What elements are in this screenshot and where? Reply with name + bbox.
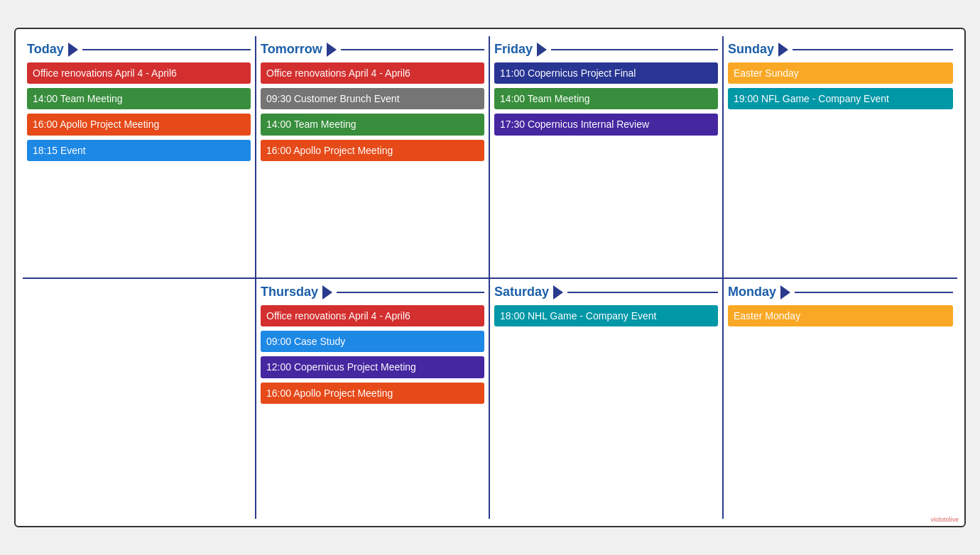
day-arrow-saturday (553, 285, 563, 300)
event-sunday-0[interactable]: Easter Sunday (728, 62, 953, 84)
event-friday-2[interactable]: 17:30 Copernicus Internal Review (494, 114, 718, 135)
day-arrow-today (68, 43, 78, 57)
day-column-empty (23, 278, 256, 519)
event-thursday-3[interactable]: 16:00 Apollo Project Meeting (261, 383, 484, 404)
day-title-friday: Friday (494, 42, 533, 57)
day-header-sunday: Sunday (728, 42, 953, 57)
calendar-wrapper: TodayOffice renovations April 4 - April6… (14, 28, 966, 527)
event-today-1[interactable]: 14:00 Team Meeting (27, 88, 251, 109)
day-title-monday: Monday (728, 285, 776, 300)
day-column-friday: Friday11:00 Copernicus Project Final14:0… (490, 36, 724, 278)
day-column-saturday: Saturday18:00 NHL Game - Company Event (490, 278, 724, 519)
day-header-tomorrow: Tomorrow (261, 42, 484, 57)
event-thursday-2[interactable]: 12:00 Copernicus Project Meeting (261, 356, 484, 378)
day-header-line-monday (795, 292, 953, 293)
day-header-today: Today (27, 42, 251, 57)
event-tomorrow-1[interactable]: 09:30 Customer Brunch Event (261, 88, 484, 109)
day-column-today: TodayOffice renovations April 4 - April6… (23, 36, 256, 278)
watermark: violotolive (930, 516, 959, 523)
day-column-sunday: SundayEaster Sunday19:00 NFL Game - Comp… (724, 36, 957, 278)
event-today-3[interactable]: 18:15 Event (27, 140, 251, 161)
day-header-line-friday (551, 49, 718, 50)
calendar-grid: TodayOffice renovations April 4 - April6… (23, 36, 957, 519)
event-tomorrow-0[interactable]: Office renovations April 4 - April6 (261, 62, 484, 84)
day-arrow-thursday (322, 285, 332, 300)
day-arrow-tomorrow (327, 43, 337, 57)
event-monday-0[interactable]: Easter Monday (728, 305, 953, 326)
day-header-thursday: Thursday (261, 285, 484, 300)
event-friday-0[interactable]: 11:00 Copernicus Project Final (494, 62, 718, 84)
day-column-monday: MondayEaster Monday (724, 278, 957, 519)
event-friday-1[interactable]: 14:00 Team Meeting (494, 88, 718, 109)
day-header-line-saturday (567, 292, 718, 293)
day-header-saturday: Saturday (494, 285, 718, 300)
event-thursday-0[interactable]: Office renovations April 4 - April6 (261, 305, 484, 326)
day-arrow-sunday (778, 43, 788, 57)
event-sunday-1[interactable]: 19:00 NFL Game - Company Event (728, 88, 953, 109)
day-header-line-today (82, 49, 251, 50)
day-header-friday: Friday (494, 42, 718, 57)
day-title-thursday: Thursday (261, 285, 318, 300)
day-arrow-monday (780, 285, 790, 300)
day-title-tomorrow: Tomorrow (261, 42, 322, 57)
day-arrow-friday (537, 43, 547, 57)
event-saturday-0[interactable]: 18:00 NHL Game - Company Event (494, 305, 718, 326)
day-header-monday: Monday (728, 285, 953, 300)
event-today-0[interactable]: Office renovations April 4 - April6 (27, 62, 251, 84)
day-title-today: Today (27, 42, 64, 57)
calendar-row-1: ThursdayOffice renovations April 4 - Apr… (23, 278, 957, 519)
day-header-line-tomorrow (341, 49, 484, 50)
day-title-saturday: Saturday (494, 285, 549, 300)
event-today-2[interactable]: 16:00 Apollo Project Meeting (27, 114, 251, 135)
event-tomorrow-2[interactable]: 14:00 Team Meeting (261, 114, 484, 135)
day-column-thursday: ThursdayOffice renovations April 4 - Apr… (256, 278, 490, 519)
day-title-sunday: Sunday (728, 42, 774, 57)
event-thursday-1[interactable]: 09:00 Case Study (261, 331, 484, 352)
day-header-line-sunday (793, 49, 953, 50)
day-header-line-thursday (337, 292, 484, 293)
event-tomorrow-3[interactable]: 16:00 Apollo Project Meeting (261, 140, 484, 161)
day-column-tomorrow: TomorrowOffice renovations April 4 - Apr… (256, 36, 490, 278)
calendar-row-0: TodayOffice renovations April 4 - April6… (23, 36, 957, 278)
